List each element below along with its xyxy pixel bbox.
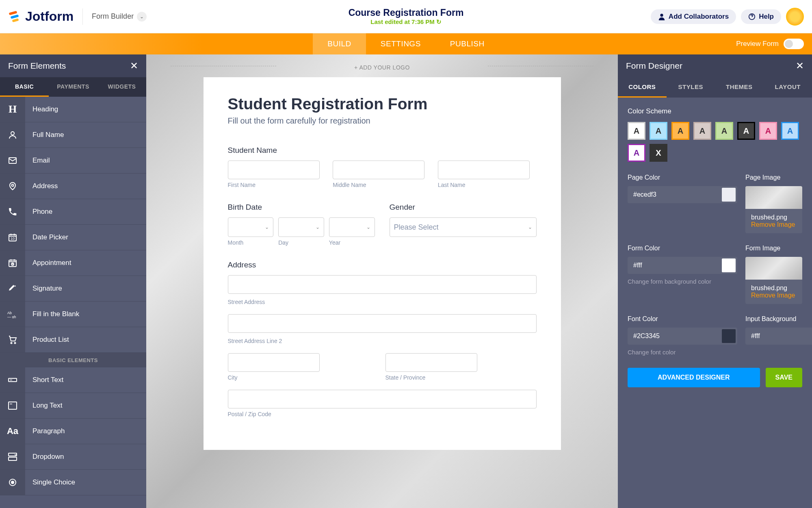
color-scheme-8[interactable]: A [628,144,645,162]
color-scheme-2[interactable]: A [671,122,689,140]
form-card[interactable]: Student Registration Form Fill out the f… [204,77,561,450]
tab-styles[interactable]: STYLES [667,77,715,98]
tab-settings[interactable]: SETTINGS [366,33,435,54]
element-label: Appointment [25,250,146,276]
form-color-swatch[interactable] [722,258,736,272]
color-scheme-0[interactable]: A [628,122,645,140]
middle-name-input[interactable] [333,161,424,179]
element-item-email[interactable]: Email [0,148,146,174]
form-title[interactable]: Course Registration Form [349,7,464,18]
form-builder-dropdown[interactable]: Form Builder ⌄ [92,12,147,22]
tab-widgets[interactable]: WIDGETS [97,77,146,97]
color-scheme-9[interactable]: X [650,144,667,162]
element-item-short-text[interactable]: Short Text [0,367,146,393]
color-scheme-1[interactable]: A [650,122,667,140]
field-label: Birth Date [228,203,375,212]
sublabel: Street Address [228,299,537,305]
font-color-text[interactable] [628,328,720,345]
save-button[interactable]: SAVE [766,368,802,387]
element-item-date-picker[interactable]: 10Date Picker [0,225,146,250]
add-logo-button[interactable]: + ADD YOUR LOGO [146,54,618,77]
color-scheme-7[interactable]: A [781,122,799,140]
tab-publish[interactable]: PUBLISH [435,33,499,54]
student-name-field[interactable]: Student Name First Name Middle Name Last… [228,146,537,188]
svg-rect-1 [11,14,19,19]
color-scheme-3[interactable]: A [693,122,711,140]
add-collaborators-button[interactable]: Add Collaborators [651,9,736,24]
month-select[interactable]: ⌄ [228,217,274,237]
element-label: Date Picker [25,225,146,250]
form-color-input[interactable] [628,257,737,274]
first-name-input[interactable] [228,161,320,179]
tab-payments[interactable]: PAYMENTS [49,77,97,97]
year-select[interactable]: ⌄ [329,217,375,237]
input-bg-text[interactable] [745,328,812,345]
svg-text:— gh: — gh [7,315,16,318]
element-item-signature[interactable]: Signature [0,276,146,302]
preview-toggle[interactable] [784,39,804,49]
gender-field[interactable]: Gender Please Select ⌄ [390,203,537,246]
user-avatar[interactable] [786,8,804,26]
tab-basic[interactable]: BASIC [0,77,49,97]
gender-select[interactable]: Please Select ⌄ [390,217,537,237]
last-name-input[interactable] [438,161,530,179]
element-item-address[interactable]: Address [0,174,146,199]
right-tabs: COLORS STYLES THEMES LAYOUT [618,77,812,98]
page-image-preview[interactable]: brushed.png Remove Image [745,186,802,233]
form-color-label: Form Color [628,245,737,252]
element-item-paragraph[interactable]: AaParagraph [0,419,146,444]
element-item-phone[interactable]: Phone [0,199,146,225]
birth-date-field[interactable]: Birth Date ⌄ Month ⌄ Day ⌄ Year [228,203,375,246]
page-color-swatch[interactable] [722,188,736,202]
address-field[interactable]: Address Street Address Street Address Li… [228,261,537,417]
element-label: Email [25,148,146,173]
close-icon[interactable]: ✕ [796,60,804,72]
tab-colors[interactable]: COLORS [618,77,667,98]
logo[interactable]: Jotform [8,9,74,24]
postal-input[interactable] [228,390,537,408]
page-color-input[interactable] [628,186,737,203]
font-color-swatch[interactable] [722,329,736,343]
day-select[interactable]: ⌄ [278,217,324,237]
advanced-designer-button[interactable]: ADVANCED DESIGNER [628,368,760,387]
svg-text:10: 10 [11,237,15,241]
element-item-full-name[interactable]: Full Name [0,122,146,148]
jotform-logo-icon [8,9,23,24]
form-subheading[interactable]: Fill out the form carefully for registra… [228,116,537,126]
help-button[interactable]: Help [741,9,781,24]
font-color-input[interactable] [628,328,737,345]
color-scheme-5[interactable]: A [737,122,755,140]
tab-build[interactable]: BUILD [313,33,366,54]
input-bg-input[interactable] [745,328,812,345]
close-icon[interactable]: ✕ [130,60,138,72]
image-name: brushed.png [751,214,797,221]
element-item-dropdown[interactable]: Dropdown [0,444,146,470]
form-image-preview[interactable]: brushed.png Remove Image [745,257,802,304]
bottom-buttons: ADVANCED DESIGNER SAVE [628,368,802,395]
city-input[interactable] [228,353,320,372]
sublabel: Day [278,239,324,246]
remove-image-link[interactable]: Remove Image [751,221,797,228]
street2-input[interactable] [228,314,537,333]
form-heading[interactable]: Student Registration Form [228,95,537,113]
state-input[interactable] [385,353,477,372]
element-item-single-choice[interactable]: Single Choice [0,470,146,495]
color-scheme-6[interactable]: A [759,122,777,140]
remove-image-link[interactable]: Remove Image [751,292,797,299]
tab-themes[interactable]: THEMES [715,77,764,98]
street-input[interactable] [228,275,537,294]
right-panel-header: Form Designer ✕ [618,54,812,77]
page-color-text[interactable] [628,186,720,203]
element-item-fill-in-the-blank[interactable]: Ab— ghFill in the Blank [0,302,146,327]
element-item-heading[interactable]: HHeading [0,97,146,122]
form-color-text[interactable] [628,257,720,274]
color-scheme-4[interactable]: A [715,122,733,140]
element-item-long-text[interactable]: Long Text [0,393,146,419]
element-item-appointment[interactable]: Appointment [0,250,146,276]
tab-layout[interactable]: LAYOUT [764,77,812,98]
element-label: Single Choice [25,470,146,495]
refresh-icon[interactable]: ↻ [436,18,442,25]
element-item-product-list[interactable]: Product List [0,327,146,353]
form-builder-label: Form Builder [92,12,134,21]
element-label: Signature [25,276,146,301]
